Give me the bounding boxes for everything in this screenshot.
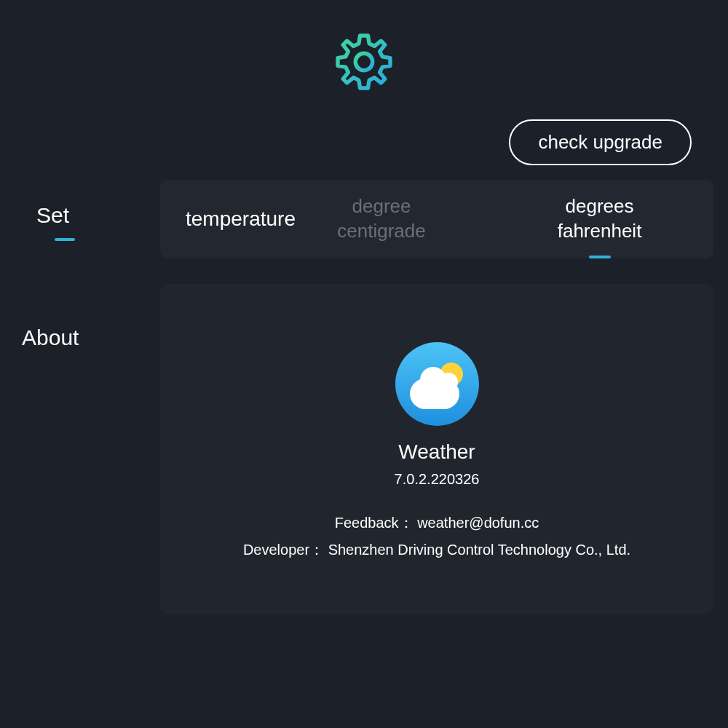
check-upgrade-button[interactable]: check upgrade (509, 119, 692, 165)
feedback-label: Feedback： (335, 515, 414, 531)
feedback-value: weather@dofun.cc (417, 515, 539, 531)
content: Set About temperature degree centigrade … (0, 180, 728, 614)
svg-point-0 (355, 53, 372, 70)
app-version: 7.0.2.220326 (189, 471, 684, 488)
temperature-label: temperature (186, 207, 296, 231)
feedback-row: Feedback： weather@dofun.cc (189, 513, 684, 533)
sidebar-item-label: About (22, 325, 79, 349)
sidebar-item-about[interactable]: About (15, 317, 146, 359)
temperature-option-fahrenheit[interactable]: degrees fahrenheit (511, 194, 688, 244)
weather-app-icon (395, 342, 479, 426)
header (0, 0, 728, 119)
about-panel: Weather 7.0.2.220326 Feedback： weather@d… (160, 284, 713, 614)
app-name: Weather (189, 440, 684, 464)
main-panel: temperature degree centigrade degrees fa… (146, 180, 713, 614)
sidebar-item-set[interactable]: Set (15, 194, 146, 237)
sidebar-item-label: Set (36, 203, 69, 227)
gear-icon (331, 29, 397, 98)
developer-label: Developer： (243, 542, 324, 558)
temperature-option-centigrade[interactable]: degree centigrade (296, 194, 467, 244)
developer-value: Shenzhen Driving Control Technology Co.,… (328, 542, 630, 558)
developer-row: Developer： Shenzhen Driving Control Tech… (189, 540, 684, 560)
sidebar: Set About (15, 180, 146, 614)
temperature-setting-row: temperature degree centigrade degrees fa… (160, 180, 713, 258)
upgrade-row: check upgrade (0, 119, 728, 180)
